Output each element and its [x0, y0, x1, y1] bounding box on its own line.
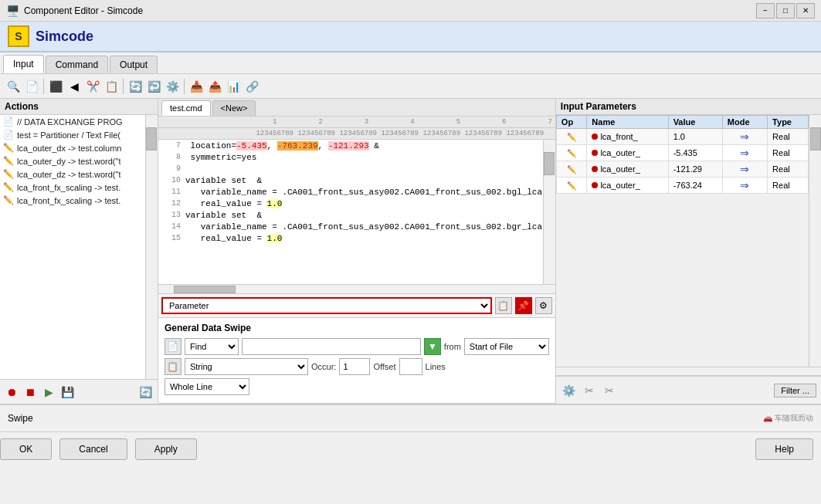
cell-op[interactable]: ✏️ [556, 178, 586, 194]
actions-header: Actions [0, 99, 158, 115]
mode-arrow-icon: ⇒ [740, 130, 749, 143]
toolbar-undo-btn[interactable]: ↩️ [145, 78, 162, 95]
cell-op[interactable]: ✏️ [556, 161, 586, 178]
settings-icon-btn[interactable]: ⚙️ [561, 382, 578, 399]
input-params-header: Input Parameters [556, 99, 821, 115]
code-scrollbar[interactable] [543, 140, 555, 284]
list-item[interactable]: 📄 test = Partitioner / Text File( [0, 128, 145, 141]
table-row: ✏️ lca_outer_ -5.435 ⇒ Real [556, 145, 808, 161]
from-select[interactable]: Start of File Current Position End of Fi… [464, 338, 549, 355]
file-tab-new[interactable]: <New> [212, 100, 256, 116]
toolbar-cut-btn[interactable]: ✂️ [84, 78, 101, 95]
record-btn[interactable]: ⏺ [3, 384, 20, 401]
toolbar-stop-btn[interactable]: ⬛ [47, 78, 64, 95]
cut-icon-btn[interactable]: ✂ [581, 382, 598, 399]
toolbar-export-btn[interactable]: 📤 [206, 78, 223, 95]
edit-icon[interactable]: ✏️ [567, 149, 576, 157]
right-h-scrollbar[interactable] [556, 367, 821, 376]
line-number: 9 [158, 164, 185, 176]
toolbar-search-btn[interactable]: 🔍 [5, 78, 22, 95]
code-line: 8 symmetric=yes [158, 153, 543, 164]
list-item[interactable]: ✏️ lca_outer_dz -> test.word("t [0, 167, 145, 181]
occur-input[interactable] [339, 358, 370, 375]
h-scrollbar[interactable] [158, 284, 555, 293]
scroll-thumb[interactable] [810, 127, 821, 151]
find-down-btn[interactable]: ▼ [424, 338, 441, 355]
list-item[interactable]: ✏️ lca_front_fx_scaling -> test. [0, 181, 145, 194]
line-content: variable set & [185, 211, 543, 222]
offset-input[interactable] [399, 358, 422, 375]
file-tabs: test.cmd <New> [158, 99, 555, 117]
left-scrollbar[interactable] [145, 115, 158, 379]
scroll-thumb[interactable] [146, 127, 157, 151]
close-button[interactable]: ✕ [796, 3, 815, 19]
list-item[interactable]: ✏️ lca_outer_dy -> test.word("t [0, 154, 145, 167]
toolbar-new-btn[interactable]: 📄 [23, 78, 40, 95]
edit-icon[interactable]: ✏️ [567, 165, 576, 174]
toolbar-import-btn[interactable]: 📥 [188, 78, 205, 95]
code-editor[interactable]: 7 location=-5.435, -763.239, -121.293 & … [158, 140, 543, 284]
minimize-button[interactable]: − [756, 3, 775, 19]
right-bottom-toolbar: ⚙️ ✂ ✂ Filter ... [556, 376, 821, 404]
code-line: 7 location=-5.435, -763.239, -121.293 & [158, 141, 543, 153]
param-add-btn[interactable]: 📋 [495, 297, 512, 314]
tab-command[interactable]: Command [46, 56, 108, 73]
stop-btn[interactable]: ⏹ [22, 384, 39, 401]
swipe-file-btn2[interactable]: 📋 [165, 358, 182, 375]
maximize-button[interactable]: □ [776, 3, 795, 19]
right-panel: Input Parameters Op Name Value Mode Type [556, 99, 821, 404]
h-scroll-thumb[interactable] [174, 286, 236, 293]
edit-icon: ✏️ [3, 156, 14, 166]
toolbar-chart-btn[interactable]: 📊 [225, 78, 242, 95]
save-script-btn[interactable]: 💾 [59, 384, 76, 401]
cell-op[interactable]: ✏️ [556, 145, 586, 161]
line-content: real_value = 1.0 [185, 234, 543, 245]
swipe-row-3: Whole Line Partial Line [165, 378, 549, 395]
parameter-select[interactable]: Parameter [161, 297, 492, 314]
cut2-icon-btn[interactable]: ✂ [601, 382, 618, 399]
edit-icon[interactable]: ✏️ [567, 133, 576, 141]
param-settings-btn[interactable]: ⚙ [535, 297, 552, 314]
find-input[interactable] [242, 338, 421, 355]
line-number: 11 [158, 188, 185, 199]
occur-label: Occur: [311, 362, 336, 371]
file-tab-testcmd[interactable]: test.cmd [161, 100, 211, 116]
toolbar-connect-btn[interactable]: 🔗 [243, 78, 260, 95]
right-scrollbar[interactable] [809, 115, 821, 367]
param-name: lca_outer_ [600, 148, 639, 157]
code-line: 9 [158, 164, 543, 176]
scroll-thumb[interactable] [544, 152, 555, 175]
tab-input[interactable]: Input [3, 55, 44, 73]
param-edit-btn[interactable]: 📌 [515, 297, 532, 314]
ok-button[interactable]: OK [0, 438, 52, 460]
filter-button[interactable]: Filter ... [774, 384, 816, 397]
toolbar-prev-btn[interactable]: ◀ [66, 78, 83, 95]
list-item[interactable]: ✏️ lca_front_fx_scaling -> test. [0, 194, 145, 207]
from-label: from [444, 342, 461, 351]
refresh-btn[interactable]: 🔄 [137, 384, 154, 401]
toolbar-copy-btn[interactable]: 📋 [103, 78, 120, 95]
string-select[interactable]: String [185, 358, 308, 375]
whole-line-select[interactable]: Whole Line Partial Line [165, 378, 249, 395]
tab-output[interactable]: Output [110, 56, 158, 73]
toolbar-refresh-btn[interactable]: 🔄 [127, 78, 144, 95]
find-select[interactable]: Find [185, 338, 239, 355]
tabs-bar: Input Command Output [0, 52, 821, 74]
list-item[interactable]: 📄 // DATA EXCHANGE PROG [0, 115, 145, 128]
cell-op[interactable]: ✏️ [556, 129, 586, 145]
list-item[interactable]: ✏️ lca_outer_dx -> test.column [0, 141, 145, 154]
play-btn[interactable]: ▶ [40, 384, 57, 401]
swipe-file-btn[interactable]: 📄 [165, 338, 182, 355]
edit-icon[interactable]: ✏️ [567, 181, 576, 190]
col-op: Op [556, 116, 586, 129]
help-button[interactable]: Help [755, 438, 813, 460]
offset-label: Offset [373, 362, 395, 371]
cancel-button[interactable]: Cancel [59, 438, 127, 460]
params-table: Op Name Value Mode Type ✏️ lca_fro [556, 115, 809, 194]
cell-name: lca_outer_ [587, 145, 668, 161]
apply-button[interactable]: Apply [135, 438, 197, 460]
code-area[interactable]: 1 2 3 4 5 6 7 123456789 123456789 123456… [158, 117, 555, 284]
edit-icon: ✏️ [3, 169, 14, 179]
cell-type: Real [768, 178, 809, 194]
toolbar-settings-btn[interactable]: ⚙️ [164, 78, 181, 95]
